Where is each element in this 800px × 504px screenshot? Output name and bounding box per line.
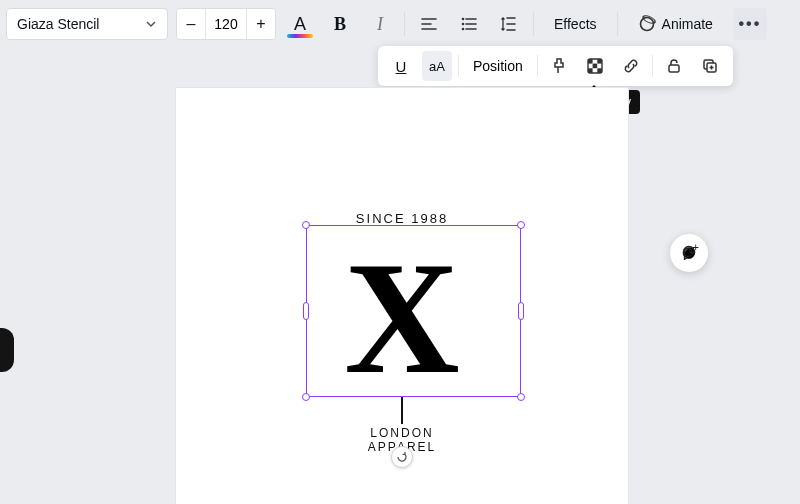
- svg-point-1: [462, 23, 465, 26]
- decrease-size-button[interactable]: –: [177, 9, 205, 39]
- separator: [652, 55, 653, 77]
- animate-label: Animate: [662, 16, 713, 32]
- logo-divider-line: [401, 396, 403, 424]
- font-family-name: Giaza Stencil: [17, 16, 99, 32]
- alignment-button[interactable]: [413, 8, 445, 40]
- svg-rect-6: [588, 59, 593, 64]
- effects-button[interactable]: Effects: [542, 8, 609, 40]
- copy-style-button[interactable]: [544, 51, 574, 81]
- text-toolbar: Giaza Stencil – 120 + A B I Effects Anim…: [6, 6, 794, 42]
- svg-rect-7: [597, 59, 602, 64]
- svg-rect-10: [597, 68, 602, 73]
- animate-icon: [638, 15, 656, 33]
- separator: [533, 12, 534, 36]
- svg-point-4: [642, 15, 656, 25]
- left-panel-edge[interactable]: [0, 328, 14, 372]
- link-button[interactable]: [616, 51, 646, 81]
- separator: [458, 55, 459, 77]
- svg-rect-8: [592, 64, 597, 69]
- font-size-value[interactable]: 120: [205, 9, 247, 39]
- font-family-select[interactable]: Giaza Stencil: [6, 8, 168, 40]
- rotate-handle[interactable]: [391, 446, 413, 468]
- resize-handle-bottom-left[interactable]: [302, 393, 310, 401]
- selection-frame[interactable]: [306, 225, 521, 397]
- color-spectrum-bar: [287, 34, 313, 38]
- overflow-popover: U aA Position: [378, 46, 733, 86]
- svg-point-0: [462, 18, 465, 21]
- separator: [537, 55, 538, 77]
- more-options-button[interactable]: •••: [733, 8, 767, 40]
- duplicate-button[interactable]: [695, 51, 725, 81]
- text-color-label: A: [294, 14, 306, 35]
- bold-button[interactable]: B: [324, 8, 356, 40]
- design-canvas[interactable]: SINCE 1988 X LONDON APPAREL: [176, 88, 628, 504]
- increase-size-button[interactable]: +: [247, 9, 275, 39]
- font-size-stepper: – 120 +: [176, 8, 276, 40]
- resize-handle-right[interactable]: [518, 302, 524, 320]
- svg-point-3: [640, 18, 653, 31]
- position-button[interactable]: Position: [465, 58, 531, 74]
- resize-handle-top-right[interactable]: [517, 221, 525, 229]
- svg-rect-9: [588, 68, 593, 73]
- separator: [617, 12, 618, 36]
- resize-handle-top-left[interactable]: [302, 221, 310, 229]
- transparency-button[interactable]: [580, 51, 610, 81]
- svg-rect-11: [669, 65, 679, 72]
- underline-button[interactable]: U: [386, 51, 416, 81]
- italic-button[interactable]: I: [364, 8, 396, 40]
- logo-since-text[interactable]: SINCE 1988: [176, 211, 628, 226]
- svg-point-2: [462, 28, 465, 31]
- spacing-button[interactable]: [493, 8, 525, 40]
- resize-handle-bottom-right[interactable]: [517, 393, 525, 401]
- logo-city-text[interactable]: LONDON: [176, 426, 628, 440]
- list-button[interactable]: [453, 8, 485, 40]
- resize-handle-left[interactable]: [303, 302, 309, 320]
- separator: [404, 12, 405, 36]
- uppercase-button[interactable]: aA: [422, 51, 452, 81]
- add-comment-button[interactable]: ⟳ +: [670, 234, 708, 272]
- animate-button[interactable]: Animate: [626, 8, 725, 40]
- chevron-down-icon: [145, 18, 157, 30]
- text-color-button[interactable]: A: [284, 8, 316, 40]
- lock-button[interactable]: [659, 51, 689, 81]
